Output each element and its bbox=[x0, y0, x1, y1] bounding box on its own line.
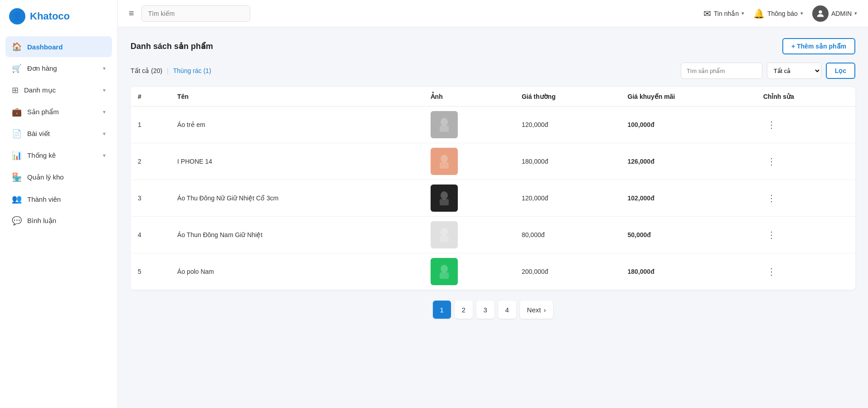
nav-arrow-san-pham: ▾ bbox=[103, 109, 106, 115]
table-header-row: # Tên Ảnh Giá thường Giá khuyến mãi Chỉn… bbox=[131, 87, 855, 107]
svg-rect-9 bbox=[440, 199, 449, 205]
svg-rect-6 bbox=[440, 162, 449, 169]
cell-id-2: 2 bbox=[131, 143, 170, 180]
cell-image-3 bbox=[423, 180, 514, 217]
filter-tabs: Tất cả (20) | Thùng rác (1) bbox=[131, 67, 676, 74]
category-filter-select[interactable]: Tất cả bbox=[767, 63, 821, 79]
cell-price-normal-4: 80,000đ bbox=[514, 217, 621, 253]
next-label: Next bbox=[527, 306, 541, 314]
filter-tab-trash[interactable]: Thùng rác (1) bbox=[173, 67, 211, 74]
topbar: ≡ ✉ Tin nhắn ▾ 🔔 Thông báo ▾ ADMIN ▾ bbox=[118, 0, 868, 27]
mail-icon: ✉ bbox=[703, 8, 711, 19]
admin-label: ADMIN bbox=[831, 10, 852, 17]
action-menu-button-5[interactable]: ⋮ bbox=[763, 264, 780, 279]
nav-icon-dashboard: 🏠 bbox=[12, 42, 22, 52]
product-image-1 bbox=[431, 111, 458, 138]
table-row: 1 Áo trẻ em 120,000đ 100,000đ ⋮ bbox=[131, 107, 855, 143]
nav-icon-san-pham: 💼 bbox=[12, 107, 22, 117]
action-menu-button-3[interactable]: ⋮ bbox=[763, 191, 780, 205]
cell-actions-3: ⋮ bbox=[756, 180, 855, 217]
cell-image-2 bbox=[423, 143, 514, 180]
nav-label-don-hang: Đơn hàng bbox=[27, 64, 57, 73]
cell-price-sale-1: 100,000đ bbox=[621, 107, 756, 143]
cell-price-normal-3: 120,000đ bbox=[514, 180, 621, 217]
nav-icon-bai-viet: 📄 bbox=[12, 129, 22, 139]
messages-button[interactable]: ✉ Tin nhắn ▾ bbox=[703, 8, 744, 19]
pagination: 1234Next› bbox=[131, 301, 855, 319]
page-button-2[interactable]: 2 bbox=[455, 301, 473, 319]
cell-price-normal-2: 180,000đ bbox=[514, 143, 621, 180]
cell-id-1: 1 bbox=[131, 107, 170, 143]
nav-arrow-danh-muc: ▾ bbox=[103, 87, 106, 93]
svg-point-2 bbox=[441, 118, 448, 126]
table-head: # Tên Ảnh Giá thường Giá khuyến mãi Chỉn… bbox=[131, 87, 855, 107]
nav-label-danh-muc: Danh mục bbox=[24, 86, 56, 94]
nav-label-thanh-vien: Thành viên bbox=[27, 195, 61, 203]
cell-price-sale-3: 102,000đ bbox=[621, 180, 756, 217]
col-price-sale: Giá khuyến mãi bbox=[621, 87, 756, 107]
page-button-3[interactable]: 3 bbox=[476, 301, 495, 319]
filter-button[interactable]: Lọc bbox=[826, 63, 855, 79]
filter-divider: | bbox=[167, 67, 169, 74]
sidebar-item-thanh-vien[interactable]: 👥 Thành viên bbox=[5, 189, 112, 209]
nav-label-thong-ke: Thống kê bbox=[27, 151, 56, 160]
product-search-input[interactable] bbox=[681, 63, 762, 79]
avatar bbox=[812, 5, 829, 22]
nav-icon-binh-luan: 💬 bbox=[12, 216, 22, 226]
col-id: # bbox=[131, 87, 170, 107]
nav-icon-thong-ke: 📊 bbox=[12, 151, 22, 160]
cell-image-4 bbox=[423, 217, 514, 253]
cell-name-2: I PHONE 14 bbox=[170, 143, 423, 180]
nav-icon-don-hang: 🛒 bbox=[12, 63, 22, 73]
global-search-input[interactable] bbox=[141, 5, 250, 22]
svg-point-5 bbox=[441, 155, 448, 163]
sidebar-item-danh-muc[interactable]: ⊞ Danh mục ▾ bbox=[5, 80, 112, 101]
filter-tab-all[interactable]: Tất cả (20) bbox=[131, 67, 162, 74]
next-page-button[interactable]: Next› bbox=[520, 301, 553, 319]
sidebar-item-don-hang[interactable]: 🛒 Đơn hàng ▾ bbox=[5, 58, 112, 79]
col-image: Ảnh bbox=[423, 87, 514, 107]
notifications-button[interactable]: 🔔 Thông báo ▾ bbox=[753, 8, 803, 19]
product-image-4 bbox=[431, 221, 458, 248]
add-product-button[interactable]: + Thêm sản phẩm bbox=[782, 38, 855, 54]
cell-price-sale-5: 180,000đ bbox=[621, 253, 756, 290]
table-row: 3 Áo Thu Đông Nữ Giữ Nhiệt Cổ 3cm 120,00… bbox=[131, 180, 855, 217]
main-area: ≡ ✉ Tin nhắn ▾ 🔔 Thông báo ▾ ADMIN ▾ bbox=[118, 0, 868, 408]
nav-label-quan-ly-kho: Quản lý kho bbox=[27, 173, 64, 181]
svg-rect-15 bbox=[440, 272, 449, 279]
sidebar-item-thong-ke[interactable]: 📊 Thống kê ▾ bbox=[5, 145, 112, 166]
content: Danh sách sản phẩm + Thêm sản phẩm Tất c… bbox=[118, 27, 868, 408]
nav-arrow-bai-viet: ▾ bbox=[103, 131, 106, 137]
sidebar-item-san-pham[interactable]: 💼 Sản phẩm ▾ bbox=[5, 102, 112, 122]
sidebar-item-dashboard[interactable]: 🏠 Dashboard bbox=[5, 36, 112, 57]
filter-right: Tất cả Lọc bbox=[681, 63, 855, 79]
sidebar-item-binh-luan[interactable]: 💬 Bình luận bbox=[5, 210, 112, 231]
nav-label-binh-luan: Bình luận bbox=[27, 217, 56, 225]
cell-id-3: 3 bbox=[131, 180, 170, 217]
menu-toggle-icon[interactable]: ≡ bbox=[129, 8, 134, 19]
sidebar-item-quan-ly-kho[interactable]: 🏪 Quản lý kho bbox=[5, 167, 112, 188]
product-image-5 bbox=[431, 258, 458, 285]
cell-name-4: Áo Thun Đông Nam Giữ Nhiệt bbox=[170, 217, 423, 253]
page-button-1[interactable]: 1 bbox=[433, 301, 451, 319]
product-table: # Tên Ảnh Giá thường Giá khuyến mãi Chỉn… bbox=[131, 87, 855, 290]
svg-rect-3 bbox=[440, 126, 449, 132]
sidebar-item-bai-viet[interactable]: 📄 Bài viết ▾ bbox=[5, 123, 112, 144]
cell-id-4: 4 bbox=[131, 217, 170, 253]
brand-name: Khatoco bbox=[30, 10, 70, 22]
nav-label-dashboard: Dashboard bbox=[27, 43, 63, 51]
cell-id-5: 5 bbox=[131, 253, 170, 290]
action-menu-button-4[interactable]: ⋮ bbox=[763, 228, 780, 242]
cell-name-5: Áo polo Nam bbox=[170, 253, 423, 290]
action-menu-button-2[interactable]: ⋮ bbox=[763, 154, 780, 169]
col-price-normal: Giá thường bbox=[514, 87, 621, 107]
page-title: Danh sách sản phẩm bbox=[131, 41, 213, 51]
notifications-label: Thông báo bbox=[767, 10, 798, 17]
action-menu-button-1[interactable]: ⋮ bbox=[763, 117, 780, 132]
product-image-3 bbox=[431, 185, 458, 212]
page-button-4[interactable]: 4 bbox=[498, 301, 516, 319]
admin-button[interactable]: ADMIN ▾ bbox=[812, 5, 857, 22]
cell-price-sale-2: 126,000đ bbox=[621, 143, 756, 180]
cell-actions-2: ⋮ bbox=[756, 143, 855, 180]
svg-point-14 bbox=[441, 265, 448, 273]
